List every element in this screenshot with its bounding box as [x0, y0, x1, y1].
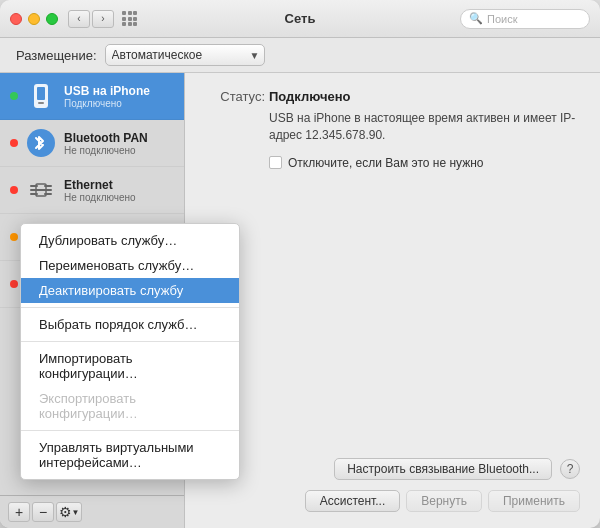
- sidebar-item-bluetooth-pan[interactable]: Bluetooth PAN Не подключено: [0, 120, 184, 167]
- status-dot-green: [10, 92, 18, 100]
- sidebar-item-ethernet[interactable]: Ethernet Не подключено: [0, 167, 184, 214]
- svg-rect-2: [38, 102, 44, 104]
- disable-checkbox-label: Отключите, если Вам это не нужно: [288, 156, 484, 170]
- help-button[interactable]: ?: [560, 459, 580, 479]
- main-panel: Статус: Подключено USB на iPhone в насто…: [185, 73, 600, 528]
- gear-dropdown-menu: Дублировать службу… Переименовать службу…: [20, 223, 240, 480]
- network-preferences-window: ‹ › Сеть 🔍 Поиск Размещение: Автоматичес…: [0, 0, 600, 528]
- svg-rect-1: [37, 87, 45, 100]
- sidebar: USB на iPhone Подключено: [0, 73, 185, 528]
- placement-select-wrapper[interactable]: Автоматическое ▼: [105, 44, 265, 66]
- bluetooth-pan-text: Bluetooth PAN Не подключено: [64, 131, 174, 156]
- status-dot-red-eth: [10, 186, 18, 194]
- usb-iphone-status: Подключено: [64, 98, 174, 109]
- bluetooth-pan-icon: [26, 128, 56, 158]
- content-area: USB на iPhone Подключено: [0, 73, 600, 528]
- revert-button[interactable]: Вернуть: [406, 490, 482, 512]
- toolbar: Размещение: Автоматическое ▼: [0, 38, 600, 73]
- gear-dropdown-arrow: ▼: [72, 508, 80, 517]
- status-dot-red-vpn: [10, 280, 18, 288]
- placement-label: Размещение:: [16, 48, 97, 63]
- maximize-button[interactable]: [46, 13, 58, 25]
- status-section: Статус: Подключено USB на iPhone в насто…: [205, 89, 580, 170]
- search-placeholder: Поиск: [487, 13, 517, 25]
- status-dot-red-bt: [10, 139, 18, 147]
- status-label: Статус:: [205, 89, 265, 104]
- add-service-button[interactable]: +: [8, 502, 30, 522]
- menu-separator-3: [21, 430, 239, 431]
- status-dot-yellow-wifi: [10, 233, 18, 241]
- status-value: Подключено: [269, 89, 350, 104]
- action-row: Ассистент... Вернуть Применить: [205, 490, 580, 512]
- sidebar-item-usb-iphone[interactable]: USB на iPhone Подключено: [0, 73, 184, 120]
- sidebar-bottom: + − ⚙ ▼: [0, 495, 184, 528]
- menu-item-deactivate[interactable]: Деактивировать службу: [21, 278, 239, 303]
- search-box[interactable]: 🔍 Поиск: [460, 9, 590, 29]
- menu-separator-1: [21, 307, 239, 308]
- titlebar: ‹ › Сеть 🔍 Поиск: [0, 0, 600, 38]
- forward-button[interactable]: ›: [92, 10, 114, 28]
- bluetooth-config-button[interactable]: Настроить связывание Bluetooth...: [334, 458, 552, 480]
- close-button[interactable]: [10, 13, 22, 25]
- window-title: Сеть: [285, 11, 316, 26]
- search-icon: 🔍: [469, 12, 483, 25]
- ethernet-icon: [26, 175, 56, 205]
- menu-item-export: Экспортировать конфигурации…: [21, 386, 239, 426]
- menu-separator-2: [21, 341, 239, 342]
- menu-item-virtual[interactable]: Управлять виртуальными интерфейсами…: [21, 435, 239, 475]
- menu-item-import[interactable]: Импортировать конфигурации…: [21, 346, 239, 386]
- ethernet-status: Не подключено: [64, 192, 174, 203]
- ethernet-text: Ethernet Не подключено: [64, 178, 174, 203]
- bluetooth-pan-status: Не подключено: [64, 145, 174, 156]
- usb-iphone-icon: [26, 81, 56, 111]
- status-description: USB на iPhone в настоящее время активен …: [269, 110, 580, 144]
- menu-item-duplicate[interactable]: Дублировать службу…: [21, 228, 239, 253]
- menu-item-order[interactable]: Выбрать порядок служб…: [21, 312, 239, 337]
- gear-menu-button[interactable]: ⚙ ▼: [56, 502, 82, 522]
- grid-icon[interactable]: [122, 11, 137, 26]
- usb-iphone-name: USB на iPhone: [64, 84, 174, 98]
- usb-iphone-text: USB на iPhone Подключено: [64, 84, 174, 109]
- bottom-section: Настроить связывание Bluetooth... ? Асси…: [205, 458, 580, 512]
- bluetooth-pan-name: Bluetooth PAN: [64, 131, 174, 145]
- minimize-button[interactable]: [28, 13, 40, 25]
- checkbox-row: Отключите, если Вам это не нужно: [269, 156, 580, 170]
- nav-buttons: ‹ ›: [68, 10, 114, 28]
- placement-select[interactable]: Автоматическое: [105, 44, 265, 66]
- menu-item-rename[interactable]: Переименовать службу…: [21, 253, 239, 278]
- assistant-button[interactable]: Ассистент...: [305, 490, 401, 512]
- remove-service-button[interactable]: −: [32, 502, 54, 522]
- gear-icon: ⚙: [59, 504, 72, 520]
- status-row: Статус: Подключено: [205, 89, 580, 104]
- ethernet-name: Ethernet: [64, 178, 174, 192]
- back-button[interactable]: ‹: [68, 10, 90, 28]
- bluetooth-config-row: Настроить связывание Bluetooth... ?: [205, 458, 580, 480]
- apply-button[interactable]: Применить: [488, 490, 580, 512]
- traffic-lights: [10, 13, 58, 25]
- disable-checkbox[interactable]: [269, 156, 282, 169]
